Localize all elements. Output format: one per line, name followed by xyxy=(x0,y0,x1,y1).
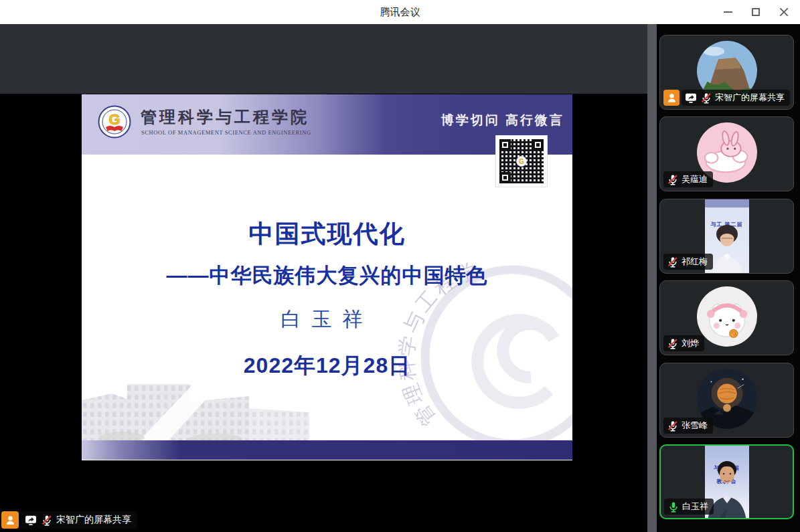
shared-screen-background xyxy=(0,24,647,94)
maximize-button[interactable] xyxy=(746,3,765,21)
presenter-overlay-label: 宋智广的屏幕共享 xyxy=(56,514,131,526)
participant-tile[interactable]: 张雪峰 xyxy=(659,363,794,438)
qr-code: G xyxy=(496,136,547,187)
slide-author: 白玉祥 xyxy=(82,306,572,333)
cat-cartoon-avatar xyxy=(697,286,757,347)
participant-tile[interactable]: 吴蕴迪 xyxy=(659,116,794,191)
minimize-icon xyxy=(724,11,732,13)
shared-screen-view: G 管理科学与工程学院 SCHOOL OF MANAGEMENT SCIENCE… xyxy=(0,24,647,532)
school-logo-icon: G xyxy=(98,105,131,139)
participant-tile[interactable]: 与工 第二届 会 祁红梅 xyxy=(659,199,794,274)
slide-footer-band xyxy=(82,440,572,460)
mic-on-icon xyxy=(667,501,679,513)
maximize-icon xyxy=(752,8,760,16)
participant-name: 白玉祥 xyxy=(682,501,708,513)
close-button[interactable] xyxy=(775,3,793,21)
mic-muted-icon xyxy=(667,338,678,349)
person-icon xyxy=(666,92,677,104)
screen-share-icon xyxy=(25,514,37,526)
tencent-meeting-window: 腾讯会议 G 管理科学与工程学院 SCHOOL OF xyxy=(0,0,800,532)
slide-subtitle: ——中华民族伟大复兴的中国特色 xyxy=(82,262,572,290)
sidebar-divider-handle[interactable] xyxy=(647,24,657,532)
host-badge xyxy=(1,511,19,529)
qr-center-logo: G xyxy=(516,156,527,167)
org-name-en: SCHOOL OF MANAGEMENT SCIENCE AND ENGINEE… xyxy=(141,129,311,136)
mic-muted-icon xyxy=(667,256,678,268)
screen-share-icon xyxy=(685,92,697,104)
participant-name: 吴蕴迪 xyxy=(682,173,708,185)
participant-tile[interactable]: 刘烨 xyxy=(659,280,794,355)
org-name-cn: 管理科学与工程学院 xyxy=(141,106,309,128)
slide-motto: 博学切问 高行微言 xyxy=(441,112,564,129)
meeting-main-area: G 管理科学与工程学院 SCHOOL OF MANAGEMENT SCIENCE… xyxy=(0,24,800,532)
participant-tile[interactable]: 宋智广的屏幕共享 xyxy=(659,35,794,110)
window-controls xyxy=(718,0,793,24)
participant-name: 张雪峰 xyxy=(682,420,708,432)
mic-muted-icon xyxy=(667,420,678,432)
host-badge xyxy=(663,90,679,106)
slide-title: 中国式现代化 xyxy=(82,217,572,251)
window-title: 腾讯会议 xyxy=(380,6,420,19)
window-titlebar: 腾讯会议 xyxy=(0,0,800,24)
person-icon xyxy=(5,515,16,526)
participant-tile-active-speaker[interactable]: 与工 二届 教职 会 xyxy=(659,444,794,519)
minimize-button[interactable] xyxy=(718,3,737,21)
close-icon xyxy=(779,7,789,17)
presentation-slide: G 管理科学与工程学院 SCHOOL OF MANAGEMENT SCIENCE… xyxy=(82,94,572,460)
mic-muted-icon xyxy=(700,92,712,104)
participants-sidebar: 宋智广的屏幕共享 xyxy=(657,24,800,532)
mic-muted-icon xyxy=(667,174,678,185)
participant-name: 宋智广的屏幕共享 xyxy=(715,92,785,104)
participant-name: 祁红梅 xyxy=(682,256,708,268)
slide-date: 2022年12月28日 xyxy=(82,351,572,381)
svg-text:G: G xyxy=(108,111,120,128)
participant-name: 刘烨 xyxy=(682,337,699,349)
mic-muted-icon xyxy=(41,515,52,526)
presenter-overlay: 宋智广的屏幕共享 xyxy=(1,511,137,529)
